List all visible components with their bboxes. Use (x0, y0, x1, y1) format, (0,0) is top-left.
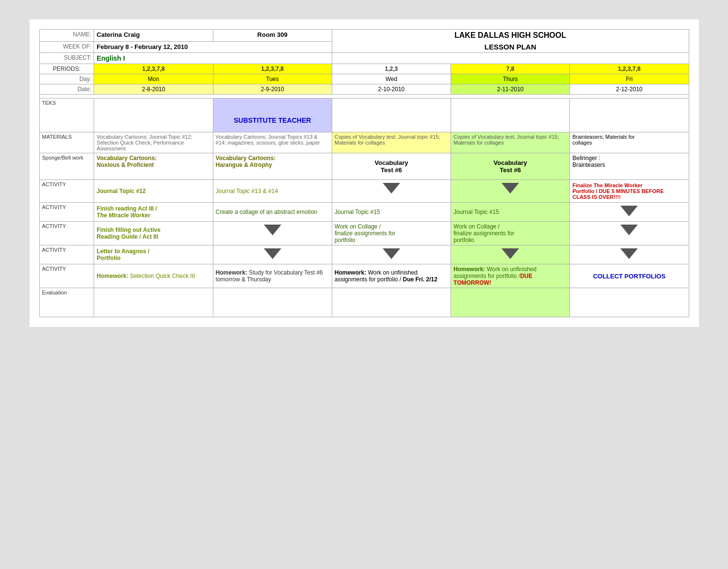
materials-col4: Copies of Vocabulary test; Journal topic… (451, 132, 570, 153)
activity3-col3-line1: Work on Collage / (335, 223, 381, 230)
sponge-col2-line1: Vocabulary Cartoons: (216, 155, 276, 162)
materials-col2: Vocabulary Cartoons; Journal Topics #13 … (213, 132, 332, 153)
activity5-col5-text: COLLECT PORTFOLIOS (593, 273, 666, 280)
activity5-col3-bold: Homework: (335, 269, 366, 276)
subject-row: SUBJECT: English I (39, 53, 689, 64)
activity3-col4-line1: Work on Collage / (453, 223, 500, 230)
sponge-col2: Vocabulary Cartoons: Harangue & Atrophy (213, 153, 332, 180)
activity3-label: ACTIVITY (39, 222, 94, 245)
activity1-col2: Journal Topic #13 & #14 (213, 180, 332, 203)
activity4-col3-arrow (332, 245, 451, 264)
activity4-row: ACTIVITY Letter to Anagnos / Portfolio (39, 245, 689, 264)
school-name: LAKE DALLAS HIGH SCHOOL (332, 30, 689, 42)
activity3-col5-arrow (570, 222, 689, 245)
down-arrow-icon (383, 183, 400, 194)
down-arrow-icon (264, 225, 281, 235)
activity5-col1-rest: Selection Quick Check III (129, 273, 195, 279)
activity3-col1-line1: Finish filling out Active (97, 227, 161, 233)
periods-col5: 1,2,3,7,8 (570, 64, 689, 74)
activity1-label: ACTIVITY (39, 180, 94, 203)
activity1-col4-arrow (451, 180, 570, 203)
teks-label: TEKS (39, 98, 94, 132)
substitute-teacher-text: SUBSTITUTE TEACHER (234, 116, 311, 124)
activity5-col2: Homework: Study for Vocabulary Test #6 t… (213, 264, 332, 288)
down-arrow-icon (383, 248, 400, 259)
lesson-plan-label: LESSON PLAN (332, 41, 689, 53)
day-col3: Wed (332, 74, 451, 84)
activity1-col5-line2: Portfolio / DUE 5 MINUTES BEFORE (572, 188, 663, 194)
day-col2: Tues (213, 74, 332, 84)
activity2-col1: Finish reading Act III / The Miracle Wor… (94, 203, 213, 222)
sponge-col4: Vocabulary Test #6 (451, 153, 570, 180)
activity2-col2: Create a collage of an abstract emotion (213, 203, 332, 222)
materials-row: MATERIALS Vocabulary Cartoons; Journal T… (39, 132, 689, 153)
periods-label: PERIODS: (39, 64, 94, 74)
activity1-col5: Finalize The Miracle Worker Portfolio / … (570, 180, 689, 203)
activity4-col1-line2: Portfolio (97, 255, 120, 261)
sponge-col1-line1: Vocabulary Cartoons: (97, 155, 157, 162)
activity2-col1-line2: The Miracle Worker (97, 212, 150, 219)
activity3-col3-line3: portfolio (335, 237, 356, 244)
activity3-col3: Work on Collage / finalize assignments f… (332, 222, 451, 245)
materials-col5-for: for (629, 134, 635, 140)
lesson-plan-table: NAME: Caterina Craig Room 309 LAKE DALLA… (39, 29, 689, 317)
evaluation-row: Evaluation (39, 288, 689, 317)
activity3-col2-arrow (213, 222, 332, 245)
activity4-col4-arrow (451, 245, 570, 264)
sponge-col4-line2: Test #6 (500, 166, 521, 174)
sponge-col3: Vocabulary Test #6 (332, 153, 451, 180)
periods-col3: 1,2,3 (332, 64, 451, 74)
date-col1: 2-8-2010 (94, 84, 213, 95)
date-label: Date: (39, 84, 94, 95)
activity4-col5-arrow (570, 245, 689, 264)
materials-label: MATERIALS (39, 132, 94, 153)
activity4-col2-arrow (213, 245, 332, 264)
date-col5: 2-12-2010 (570, 84, 689, 95)
activity2-col4-text: Journal Topic #15 (453, 209, 499, 215)
materials-col5-line2: collages (572, 140, 592, 146)
activity2-col4: Journal Topic #15 (451, 203, 570, 222)
materials-col5: Brainteasers; Materials for collages (570, 132, 689, 153)
activity3-col4-line3: portfolio (453, 237, 474, 244)
periods-col4: 7,8 (451, 64, 570, 74)
activity3-col4: Work on Collage / finalize assignments f… (451, 222, 570, 245)
down-arrow-icon (264, 248, 281, 259)
activity2-col2-text: Create a collage of an abstract emotion (216, 209, 317, 215)
page: NAME: Caterina Craig Room 309 LAKE DALLA… (30, 19, 699, 327)
date-row: Date: 2-8-2010 2-9-2010 2-10-2010 2-11-2… (39, 84, 689, 95)
name-value: Caterina Craig (94, 30, 213, 42)
materials-col3-text: Copies of Vocabulary test; Journal topic… (335, 134, 440, 146)
activity2-col3-text: Journal Topic #15 (335, 209, 380, 215)
teks-row: TEKS SUBSTITUTE TEACHER (39, 98, 689, 132)
materials-col4-text: Copies of Vocabulary test; Journal topic… (453, 134, 559, 146)
activity3-col3-line2: finalize assignments for (335, 230, 395, 237)
activity5-col4-bold: Homework: (453, 266, 485, 273)
materials-col1: Vocabulary Cartoons; Journal Topic #12; … (94, 132, 213, 153)
sponge-col3-line2: Test #6 (381, 166, 402, 174)
evaluation-label: Evaluation (39, 288, 94, 317)
activity1-col1-text: Journal Topic #12 (97, 188, 146, 195)
down-arrow-icon (620, 248, 638, 259)
spacer-row (39, 95, 689, 98)
activity2-col3: Journal Topic #15 (332, 203, 451, 222)
day-label: Day: (39, 74, 94, 84)
periods-row: PERIODS: 1,2,3,7,8 1,2,3,7,8 1,2,3 7,8 1… (39, 64, 689, 74)
activity3-col1-line2: Reading Guide / Act III (97, 233, 158, 240)
weekof-value: February 8 - February 12, 2010 (94, 41, 332, 53)
day-col5: Fri (570, 74, 689, 84)
sponge-label: Sponge/Bell work (39, 153, 94, 180)
name-label: NAME: (39, 30, 94, 42)
weekof-label: WEEK OF: (39, 41, 94, 53)
day-col4: Thurs (451, 74, 570, 84)
activity4-col1-line1: Letter to Anagnos / (97, 248, 149, 255)
activity5-row: ACTIVITY Homework: Selection Quick Check… (39, 264, 689, 288)
materials-col2-text: Vocabulary Cartoons; Journal Topics #13 … (216, 134, 320, 146)
activity3-row: ACTIVITY Finish filling out Active Readi… (39, 222, 689, 245)
sponge-col3-line1: Vocabulary (374, 159, 408, 166)
periods-col2: 1,2,3,7,8 (213, 64, 332, 74)
subject-value: English I (94, 53, 332, 64)
activity1-col1: Journal Topic #12 (94, 180, 213, 203)
down-arrow-icon (502, 183, 519, 194)
activity1-col5-line1: Finalize The Miracle Worker (572, 182, 643, 188)
room-value: Room 309 (213, 30, 332, 42)
